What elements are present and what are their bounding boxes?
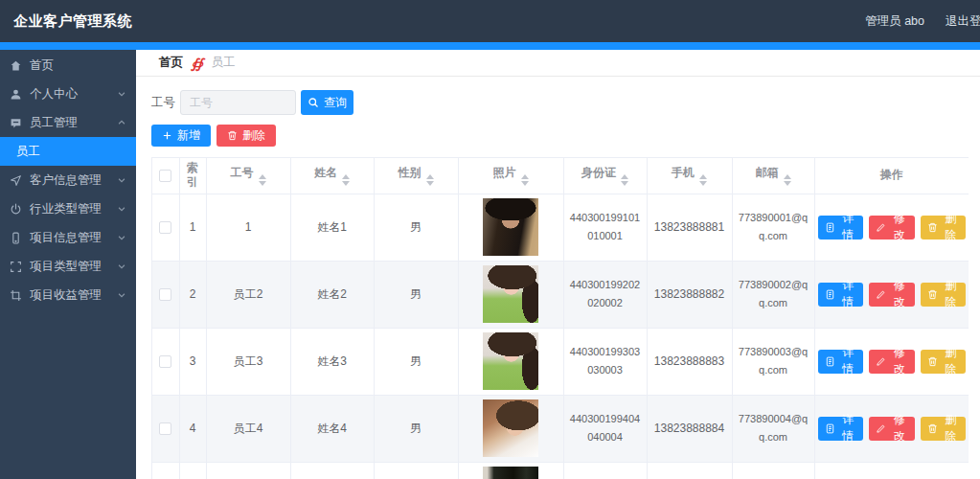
chevron-down-icon (117, 175, 126, 185)
col-header-label: 性别 (399, 166, 422, 179)
breadcrumb-separator-icon: ∯ (191, 56, 204, 71)
sort-toggle[interactable] (342, 174, 350, 186)
current-user[interactable]: 管理员 abo (865, 13, 924, 30)
cell-email: 773890001@qq.com (732, 194, 814, 261)
trash-icon (927, 222, 938, 233)
cell-name: 姓名3 (290, 328, 374, 395)
cell-id-card: 440300199404040004 (563, 395, 647, 462)
select-all-checkbox[interactable] (159, 170, 171, 182)
cell-gender: 男 (374, 395, 458, 462)
chevron-down-icon (117, 89, 126, 99)
sidebar-item-project-info-mgmt[interactable]: 项目信息管理 (0, 223, 136, 252)
row-detail-button[interactable]: 详情 (818, 216, 864, 240)
cell-email: 773890002@qq.com (732, 261, 814, 328)
row-checkbox[interactable] (159, 355, 171, 368)
user-icon (10, 88, 23, 101)
row-detail-button[interactable]: 详情 (818, 350, 864, 374)
chevron-down-icon (117, 290, 126, 300)
cell-id-card: 440300199101010001 (563, 194, 647, 261)
col-header-photo: 照片 (458, 158, 563, 194)
col-header-label: 手机 (672, 166, 695, 179)
cell-id-card: 440300199303030003 (563, 328, 647, 395)
delete-button-label: 删除 (242, 127, 265, 144)
row-detail-button[interactable]: 详情 (818, 283, 864, 307)
sort-toggle[interactable] (621, 174, 628, 186)
sidebar-item-home[interactable]: 首页 (0, 51, 136, 80)
table-row: 详情 修改 删除 (152, 462, 969, 479)
trash-icon (227, 130, 238, 141)
employee-no-input[interactable] (180, 90, 296, 115)
sort-toggle[interactable] (426, 174, 434, 186)
row-delete-label: 删除 (943, 345, 960, 377)
cell-name: 姓名4 (290, 395, 374, 462)
cell-phone: 13823888881 (647, 194, 732, 261)
batch-delete-button[interactable]: 删除 (217, 125, 276, 147)
cell-select (152, 261, 179, 328)
cell-actions: 详情 修改 删除 (814, 395, 969, 462)
sort-toggle[interactable] (784, 174, 791, 186)
row-detail-label: 详情 (840, 412, 857, 445)
cell-email: 773890004@qq.com (732, 395, 814, 462)
row-edit-button[interactable]: 修改 (869, 417, 915, 441)
mobile-icon (10, 232, 23, 244)
col-header-label: 工号 (231, 166, 254, 179)
row-edit-button[interactable]: 修改 (869, 283, 915, 307)
trash-icon (927, 423, 938, 434)
sidebar-item-employee[interactable]: 员工 (0, 137, 136, 166)
row-edit-button[interactable]: 修改 (869, 216, 915, 240)
sidebar-item-project-revenue-mgmt[interactable]: 项目收益管理 (0, 281, 136, 309)
fullscreen-icon (10, 261, 23, 273)
chat-icon (10, 117, 23, 129)
query-button[interactable]: 查询 (301, 90, 353, 115)
cell-employee-no (206, 462, 290, 479)
cell-photo (458, 462, 563, 479)
main-panel: 工号 查询 新增 删除 (136, 77, 980, 479)
breadcrumb-home[interactable]: 首页 (159, 55, 183, 71)
table-body: 1 1 姓名1 男 440300199101010001 13823888881… (152, 194, 969, 479)
sort-toggle[interactable] (521, 174, 529, 186)
table-row: 2 员工2 姓名2 男 440300199202020002 138238888… (152, 261, 969, 328)
employee-photo (483, 198, 538, 256)
sidebar-item-label: 项目类型管理 (30, 259, 102, 275)
add-button[interactable]: 新增 (151, 125, 211, 147)
sidebar-item-project-type-mgmt[interactable]: 项目类型管理 (0, 252, 136, 281)
col-header-label: 姓名 (314, 166, 337, 179)
col-header-id-card: 身份证 (563, 158, 647, 194)
row-edit-button[interactable]: 修改 (869, 350, 915, 374)
row-delete-button[interactable]: 删除 (921, 350, 967, 374)
breadcrumb-current: 员工 (212, 55, 236, 71)
cell-name: 姓名1 (290, 194, 374, 261)
power-icon (10, 203, 23, 216)
table-header-row: 索引工号姓名性别照片身份证手机邮箱操作 (152, 158, 969, 194)
sidebar-item-customer-info-mgmt[interactable]: 客户信息管理 (0, 166, 136, 194)
row-delete-button[interactable]: 删除 (921, 283, 967, 307)
cell-phone (647, 462, 732, 479)
search-form: 工号 查询 (151, 90, 980, 115)
sort-toggle[interactable] (259, 174, 266, 186)
row-delete-button[interactable]: 删除 (921, 417, 967, 441)
cell-index: 3 (179, 328, 206, 395)
cell-index (179, 462, 206, 479)
row-checkbox[interactable] (159, 288, 171, 301)
row-delete-button[interactable]: 删除 (921, 216, 967, 240)
trash-icon (927, 289, 938, 300)
row-detail-button[interactable]: 详情 (818, 417, 864, 441)
cell-photo (458, 261, 563, 328)
col-header-select (152, 158, 179, 194)
sidebar-item-label: 客户信息管理 (30, 172, 102, 189)
sort-toggle[interactable] (699, 174, 707, 186)
sidebar-item-industry-type-mgmt[interactable]: 行业类型管理 (0, 194, 136, 223)
cell-phone: 13823888884 (647, 395, 732, 462)
row-edit-label: 修改 (891, 412, 908, 445)
cell-name (290, 462, 374, 479)
cell-gender: 男 (374, 261, 458, 328)
cell-id-card (563, 462, 647, 479)
row-checkbox[interactable] (159, 422, 171, 435)
col-header-label: 身份证 (581, 166, 616, 179)
logout-link[interactable]: 退出登录 (946, 13, 980, 30)
plus-icon (162, 130, 172, 141)
sidebar-item-profile[interactable]: 个人中心 (0, 80, 136, 108)
sidebar-item-employee-mgmt[interactable]: 员工管理 (0, 108, 136, 137)
row-checkbox[interactable] (159, 221, 171, 234)
col-header-label: 操作 (880, 168, 903, 181)
